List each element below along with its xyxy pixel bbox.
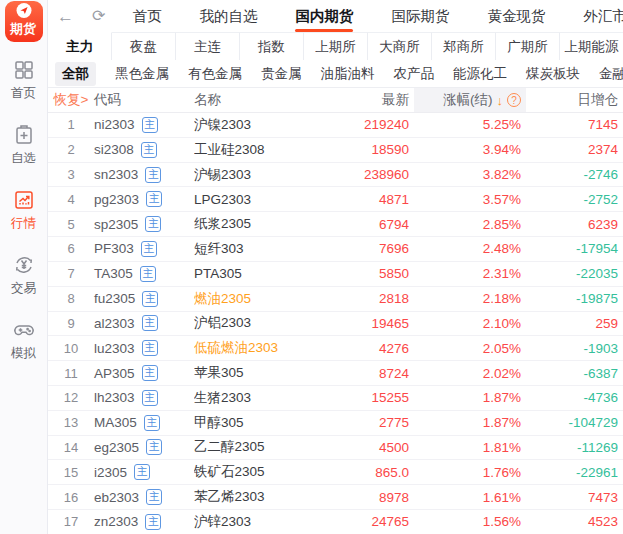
table-row[interactable]: 5 sp2305 主 纸浆2305 6794 2.85% 6239 [48,212,623,237]
table-row[interactable]: 8 fu2305 主 燃油2305 2818 2.18% -19875 [48,287,623,312]
quotes-chart-icon [12,188,36,212]
contract-code-text: sp2305 [94,217,138,232]
change-percent: 2.18% [414,291,526,306]
latest-price: 7696 [324,241,414,256]
contract-name: 沪铝2303 [194,314,324,332]
table-row[interactable]: 1 ni2303 主 沪镍2303 219240 5.25% 7145 [48,113,623,138]
exchange-tab-主连[interactable]: 主连 [176,32,240,60]
row-number: 7 [48,266,94,281]
contract-code-text: pg2303 [94,192,139,207]
category-tab-油脂油料[interactable]: 油脂油料 [321,65,375,83]
exchange-tab-大商所[interactable]: 大商所 [368,32,432,60]
category-tab-全部[interactable]: 全部 [55,62,96,86]
category-tab-有色金属[interactable]: 有色金属 [188,65,242,83]
table-row[interactable]: 13 MA305 主 甲醇305 2775 1.87% -104729 [48,411,623,436]
back-arrow-icon[interactable]: ← [57,8,74,25]
main-contract-badge: 主 [141,142,157,158]
restore-sort-button[interactable]: 恢复> [48,91,94,109]
nav-link-国际期货[interactable]: 国际期货 [391,0,449,32]
table-row[interactable]: 7 TA305 主 PTA305 5850 2.31% -22035 [48,262,623,287]
daily-position-change: 2374 [526,142,623,157]
latest-price: 15255 [324,390,414,405]
nav-link-首页[interactable]: 首页 [132,0,161,32]
table-row[interactable]: 4 pg2303 主 LPG2303 4871 3.57% -2752 [48,187,623,212]
column-header-code[interactable]: 代码 [94,91,194,109]
table-row[interactable]: 14 eg2305 主 乙二醇2305 4500 1.81% -11269 [48,436,623,461]
category-tab-农产品[interactable]: 农产品 [394,65,435,83]
sidebar-item-watchlist[interactable]: 自选 [11,123,36,167]
nav-link-我的自选[interactable]: 我的自选 [199,0,257,32]
sidebar-item-home[interactable]: 首页 [11,58,36,102]
daily-position-change: 7145 [526,117,623,132]
exchange-tab-上期所[interactable]: 上期所 [304,32,368,60]
main-contract-badge: 主 [146,439,162,455]
sidebar: 期货 首页 自选 [0,0,48,534]
table-row[interactable]: 11 AP305 主 苹果305 8724 2.02% -6387 [48,361,623,386]
category-tab-煤炭板块[interactable]: 煤炭板块 [526,65,580,83]
contract-code: sp2305 主 [94,216,194,232]
main-contract-badge: 主 [145,514,161,530]
main-panel: ← ⟳ 首页我的自选国内期货国际期货黄金现货外汇市场 主力夜盘主连指数上期所大商… [48,0,623,534]
latest-price: 238960 [324,167,414,182]
contract-code-text: si2308 [94,142,134,157]
sidebar-item-label: 首页 [11,85,36,102]
sidebar-item-simulate[interactable]: 模拟 [11,318,36,362]
contract-code: zn2303 主 [94,514,194,530]
nav-link-国内期货[interactable]: 国内期货 [295,0,353,32]
exchange-tab-郑商所[interactable]: 郑商所 [432,32,496,60]
table-row[interactable]: 17 zn2303 主 沪锌2303 24765 1.56% 4523 [48,510,623,534]
refresh-icon[interactable]: ⟳ [92,8,105,24]
table-row[interactable]: 3 sn2303 主 沪锡2303 238960 3.82% -2746 [48,163,623,188]
exchange-tab-主力[interactable]: 主力 [48,32,112,60]
latest-price: 2775 [324,415,414,430]
category-tab-能源化工[interactable]: 能源化工 [453,65,507,83]
trade-yuan-icon [12,253,36,277]
latest-price: 8724 [324,366,414,381]
category-tab-金融[interactable]: 金融 [599,65,623,83]
help-question-icon[interactable]: ? [507,93,521,107]
nav-link-外汇市场[interactable]: 外汇市场 [583,0,623,32]
category-tab-贵金属[interactable]: 贵金属 [261,65,302,83]
main-contract-badge: 主 [140,266,156,282]
table-row[interactable]: 16 eb2303 主 苯乙烯2303 8978 1.61% 7473 [48,485,623,510]
latest-price: 5850 [324,266,414,281]
table-row[interactable]: 9 al2303 主 沪铝2303 19465 2.10% 259 [48,312,623,337]
exchange-tab-夜盘[interactable]: 夜盘 [112,32,176,60]
row-number: 16 [48,490,94,505]
column-header-change[interactable]: 涨幅(结) ↓ ? [414,88,526,112]
sidebar-item-quotes[interactable]: 行情 [11,188,36,232]
column-header-position[interactable]: 日增仓 [526,91,623,109]
row-number: 12 [48,390,94,405]
latest-price: 2818 [324,291,414,306]
nav-link-黄金现货[interactable]: 黄金现货 [487,0,545,32]
exchange-tab-上期能源[interactable]: 上期能源 [560,32,623,60]
change-percent: 3.82% [414,167,526,182]
table-row[interactable]: 12 lh2303 主 生猪2303 15255 1.87% -4736 [48,386,623,411]
column-header-latest[interactable]: 最新 [324,91,414,109]
exchange-tab-指数[interactable]: 指数 [240,32,304,60]
main-contract-badge: 主 [134,464,150,480]
row-number: 9 [48,316,94,331]
table-row[interactable]: 2 si2308 主 工业硅2308 18590 3.94% 2374 [48,138,623,163]
change-percent: 1.81% [414,440,526,455]
watchlist-add-icon [12,123,36,147]
column-header-name[interactable]: 名称 [194,91,324,109]
latest-price: 4500 [324,440,414,455]
main-contract-badge: 主 [146,489,162,505]
sidebar-item-trade[interactable]: 交易 [11,253,36,297]
table-row[interactable]: 10 lu2303 主 低硫燃油2303 4276 2.05% -1903 [48,336,623,361]
app-logo[interactable]: 期货 [5,1,43,42]
contract-name: LPG2303 [194,192,324,207]
contract-code: lh2303 主 [94,390,194,406]
main-contract-badge: 主 [145,167,161,183]
contract-code-text: eb2303 [94,490,139,505]
daily-position-change: -4736 [526,390,623,405]
table-row[interactable]: 15 i2305 主 铁矿石2305 865.0 1.76% -22961 [48,460,623,485]
contract-name: 苯乙烯2303 [194,488,324,506]
latest-price: 8978 [324,490,414,505]
contract-name: 乙二醇2305 [194,438,324,456]
latest-price: 19465 [324,316,414,331]
category-tab-黑色金属[interactable]: 黑色金属 [115,65,169,83]
table-row[interactable]: 6 PF303 主 短纤303 7696 2.48% -17954 [48,237,623,262]
exchange-tab-广期所[interactable]: 广期所 [496,32,560,60]
